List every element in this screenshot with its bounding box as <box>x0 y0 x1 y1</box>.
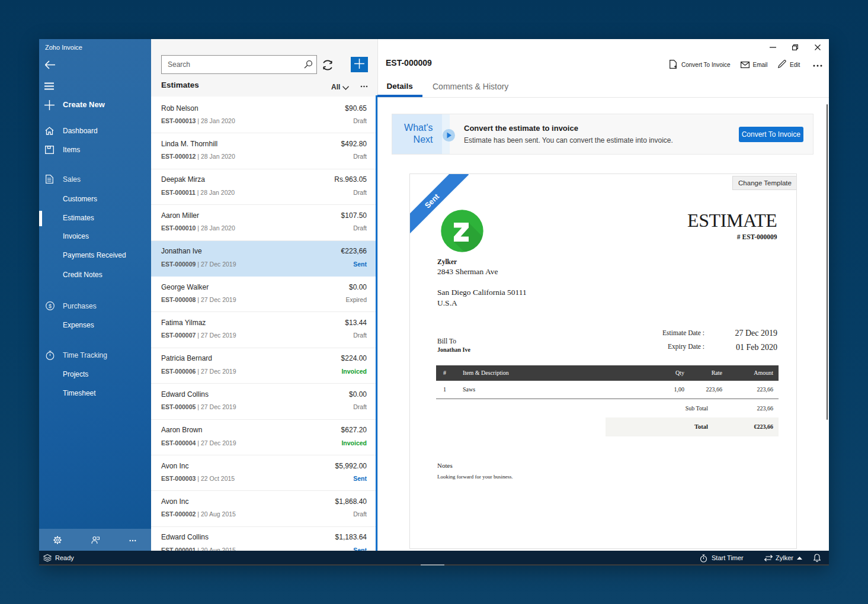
svg-text:$: $ <box>49 303 52 309</box>
